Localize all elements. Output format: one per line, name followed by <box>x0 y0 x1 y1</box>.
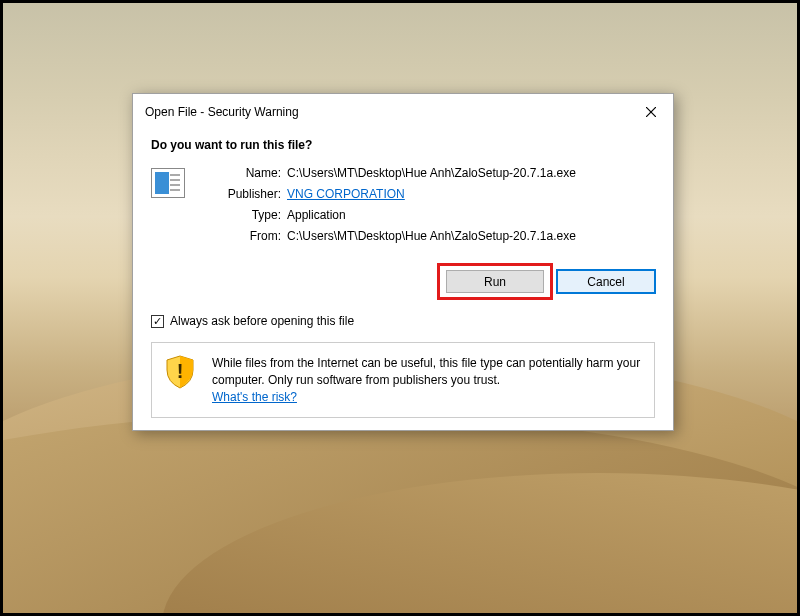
run-button[interactable]: Run <box>446 270 544 293</box>
shield-warning-icon: ! <box>164 355 196 389</box>
dialog-title: Open File - Security Warning <box>145 105 299 119</box>
cancel-button[interactable]: Cancel <box>557 270 655 293</box>
warning-text: While files from the Internet can be use… <box>212 356 640 387</box>
warning-footer: ! While files from the Internet can be u… <box>151 342 655 418</box>
publisher-label: Publisher: <box>203 187 281 201</box>
application-file-icon <box>151 168 185 198</box>
always-ask-checkbox[interactable]: ✓ Always ask before opening this file <box>151 304 655 342</box>
type-value: Application <box>287 208 576 222</box>
close-button[interactable] <box>639 102 663 122</box>
whats-the-risk-link[interactable]: What's the risk? <box>212 390 297 404</box>
dialog-buttons: Run Cancel <box>151 243 655 304</box>
close-icon <box>646 107 656 117</box>
run-button-highlight: Run <box>437 263 553 300</box>
from-value: C:\Users\MT\Desktop\Hue Anh\ZaloSetup-20… <box>287 229 576 243</box>
security-warning-dialog: Open File - Security Warning Do you want… <box>132 93 674 431</box>
checkbox-label: Always ask before opening this file <box>170 314 354 328</box>
publisher-link[interactable]: VNG CORPORATION <box>287 187 405 201</box>
checkbox-icon: ✓ <box>151 315 164 328</box>
name-value: C:\Users\MT\Desktop\Hue Anh\ZaloSetup-20… <box>287 166 576 180</box>
name-label: Name: <box>203 166 281 180</box>
title-bar[interactable]: Open File - Security Warning <box>133 94 673 130</box>
svg-text:!: ! <box>177 360 184 382</box>
from-label: From: <box>203 229 281 243</box>
file-details: Name: C:\Users\MT\Desktop\Hue Anh\ZaloSe… <box>203 166 576 243</box>
dialog-heading: Do you want to run this file? <box>151 130 655 166</box>
type-label: Type: <box>203 208 281 222</box>
